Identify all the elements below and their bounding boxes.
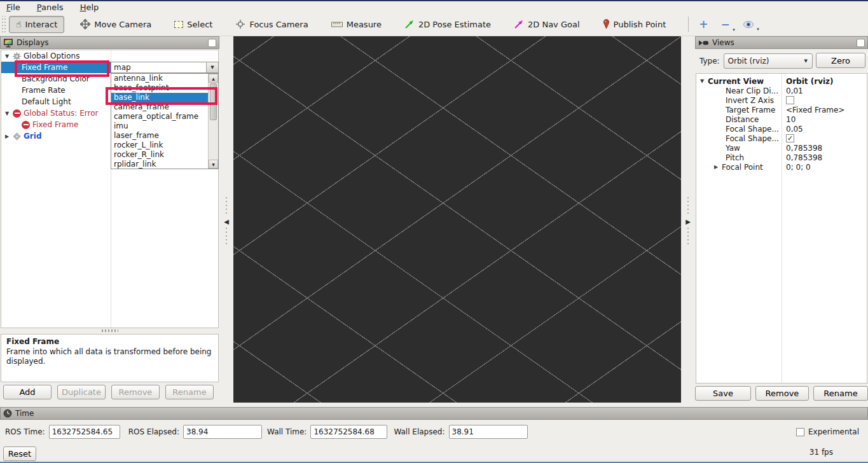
displays-splitter-handle[interactable] (102, 329, 118, 332)
select-box-icon (174, 21, 183, 28)
focus-camera-tool-label: Focus Camera (249, 20, 308, 29)
add-display-button[interactable]: Add (3, 385, 52, 399)
remove-display-button[interactable]: Remove (111, 385, 160, 399)
views-row-distance[interactable]: Distance 10 (696, 114, 868, 124)
select-tool-button[interactable]: Select (167, 16, 219, 33)
tree-row-frame-rate[interactable]: Frame Rate (1, 85, 111, 96)
status-fixed-frame-label: Fixed Frame (32, 120, 78, 129)
wall-time-input[interactable] (310, 425, 387, 439)
views-type-combo[interactable]: Orbit (rviz) ▼ (724, 53, 813, 69)
right-splitter[interactable]: ▶ (681, 36, 695, 407)
fixed-frame-combo[interactable]: map ▼ (111, 62, 219, 73)
interact-tool-button[interactable]: ☝ Interact (9, 16, 64, 33)
duplicate-display-button[interactable]: Duplicate (57, 385, 106, 399)
tool-visibility-button[interactable]: ▾ (739, 19, 758, 30)
render-viewport[interactable] (233, 36, 681, 403)
move-camera-tool-button[interactable]: Move Camera (73, 15, 158, 33)
splitter-grip (226, 228, 227, 247)
dropdown-item[interactable]: rocker_L_link (111, 141, 209, 150)
left-splitter[interactable]: ◀ (219, 36, 233, 407)
dropdown-item[interactable]: camera_optical_frame (111, 112, 209, 121)
pose-estimate-tool-button[interactable]: 2D Pose Estimate (397, 15, 498, 33)
time-panel-header[interactable]: Time (0, 407, 868, 420)
views-row-pitch[interactable]: Pitch 0,785398 (696, 153, 868, 162)
remove-tool-caret-icon: ▾ (733, 27, 735, 32)
focal-shape-checkbox[interactable]: ✓ (786, 134, 794, 142)
ros-time-input[interactable] (49, 425, 120, 439)
tree-row-background-color[interactable]: Background Color (1, 73, 111, 85)
experimental-checkbox[interactable] (796, 428, 804, 436)
ros-elapsed-input[interactable] (183, 425, 262, 439)
displays-panel-float-button[interactable] (208, 39, 216, 47)
add-tool-button[interactable]: + (695, 18, 712, 31)
menu-help[interactable]: Help (80, 3, 99, 12)
publish-point-tool-label: Publish Point (614, 20, 666, 29)
menu-panels[interactable]: Panels (37, 3, 64, 12)
displays-buttons: Add Duplicate Remove Rename (3, 385, 214, 399)
views-row-focal-shape-size[interactable]: Focal Shape... 0,05 (696, 124, 868, 134)
invert-z-checkbox[interactable] (786, 96, 794, 104)
select-tool-label: Select (187, 20, 212, 29)
measure-tool-button[interactable]: Measure (324, 16, 389, 33)
combo-dropdown-arrow-icon[interactable]: ▼ (800, 54, 812, 68)
collapse-right-icon[interactable]: ▶ (685, 219, 691, 225)
dropdown-item[interactable]: rplidar_link (111, 160, 209, 169)
tree-row-global-status[interactable]: ▼ Global Status: Error (1, 107, 111, 119)
dropdown-scrollbar[interactable]: ▲ ▼ (208, 74, 218, 169)
tree-row-default-light[interactable]: Default Light (1, 96, 111, 107)
toolbar: ☝ Interact Move Camera Select (0, 13, 868, 36)
combo-dropdown-arrow-icon[interactable]: ▼ (206, 62, 218, 73)
tree-row-status-fixed-frame[interactable]: Fixed Frame (1, 119, 111, 130)
publish-point-pin-icon (603, 19, 610, 29)
expander-open-icon[interactable]: ▼ (4, 111, 10, 116)
scrollbar-thumb[interactable] (210, 83, 217, 120)
views-row-focal-point[interactable]: ▶Focal Point 0; 0; 0 (696, 162, 868, 172)
dropdown-item[interactable]: imu (111, 121, 209, 131)
views-row-current-view[interactable]: ▼Current View Orbit (rviz) (696, 76, 868, 86)
scroll-up-icon[interactable]: ▲ (209, 74, 218, 83)
rename-display-button[interactable]: Rename (165, 385, 214, 399)
expander-open-icon[interactable]: ▼ (4, 53, 10, 59)
zero-button[interactable]: Zero (816, 53, 865, 68)
reset-button[interactable]: Reset (3, 446, 36, 461)
main-area: Displays ▼ (0, 36, 868, 407)
views-row-invert-z[interactable]: Invert Z Axis (696, 95, 868, 105)
views-row-near-clip[interactable]: Near Clip Di... 0,01 (696, 86, 868, 95)
views-panel-float-button[interactable] (857, 39, 865, 47)
expander-open-icon[interactable]: ▼ (699, 78, 705, 84)
views-row-target-frame[interactable]: Target Frame <Fixed Frame> (696, 105, 868, 114)
remove-tool-button[interactable]: − ▾ (717, 18, 734, 31)
dropdown-item[interactable]: base_footprint (111, 83, 209, 93)
tree-row-grid[interactable]: ▶ Grid (1, 130, 111, 142)
save-view-button[interactable]: Save (695, 386, 751, 401)
tree-row-fixed-frame[interactable]: Fixed Frame (1, 62, 111, 73)
nav-goal-tool-label: 2D Nav Goal (528, 20, 580, 29)
collapse-left-icon[interactable]: ◀ (224, 219, 229, 225)
wall-elapsed-input[interactable] (449, 425, 528, 439)
dropdown-item[interactable]: rocker_R_link (111, 150, 209, 160)
nav-goal-tool-button[interactable]: 2D Nav Goal (507, 15, 587, 33)
frame-rate-label: Frame Rate (13, 86, 65, 95)
dropdown-item[interactable]: antenna_link (111, 74, 209, 83)
toolbar-grip[interactable] (1, 16, 6, 32)
dropdown-item[interactable]: camera_frame (111, 102, 209, 112)
remove-view-button[interactable]: Remove (755, 386, 809, 401)
splitter-grip (687, 197, 689, 216)
menu-file[interactable]: File (6, 3, 20, 12)
views-panel-header[interactable]: Views (695, 36, 868, 49)
dropdown-item[interactable]: laser_frame (111, 131, 209, 141)
expander-closed-icon[interactable]: ▶ (713, 164, 719, 170)
publish-point-tool-button[interactable]: Publish Point (596, 15, 673, 33)
views-row-focal-shape-fixed[interactable]: Focal Shape... ✓ (696, 134, 868, 143)
ros-time-label: ROS Time: (5, 427, 45, 436)
displays-panel-header[interactable]: Displays (0, 36, 219, 49)
wall-time-label: Wall Time: (267, 427, 307, 436)
expander-closed-icon[interactable]: ▶ (4, 134, 10, 139)
focus-camera-tool-button[interactable]: Focus Camera (228, 15, 315, 33)
views-row-yaw[interactable]: Yaw 0,785398 (696, 143, 868, 153)
tree-row-global-options[interactable]: ▼ Global Options (1, 50, 111, 62)
measure-ruler-icon (331, 22, 343, 27)
scroll-down-icon[interactable]: ▼ (209, 160, 218, 169)
rename-view-button[interactable]: Rename (813, 386, 868, 401)
dropdown-item-selected[interactable]: base_link (111, 93, 209, 102)
